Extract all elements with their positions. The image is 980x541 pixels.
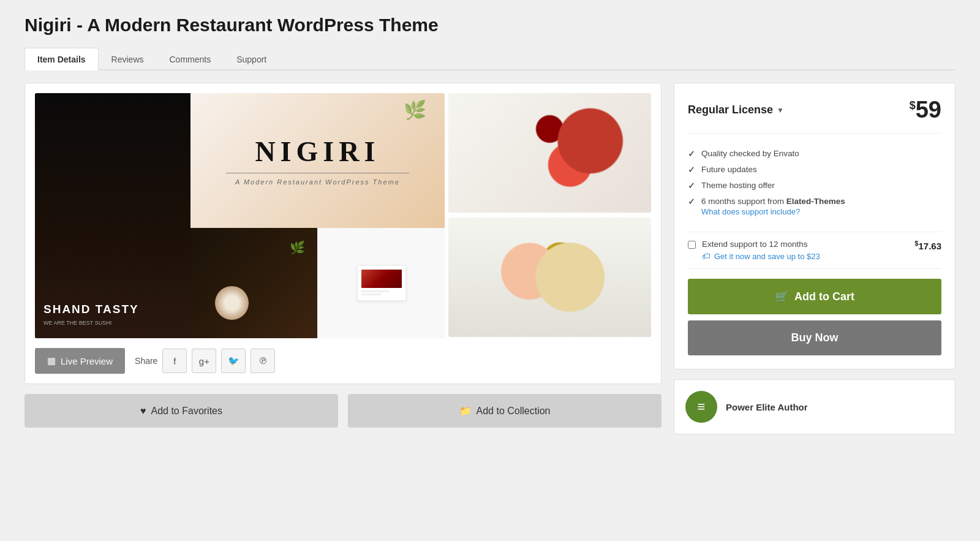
page-wrapper: Nigiri - A Modern Restaurant WordPress T… (12, 0, 968, 449)
mini-card-line-2 (361, 293, 382, 295)
main-preview-image: SHAND TASTY WE ARE THE BEST SUSHI 🌿 NIGI… (35, 93, 445, 338)
feature-support: ✓ 6 months support from Elated-Themes Wh… (688, 194, 941, 219)
left-column: SHAND TASTY WE ARE THE BEST SUSHI 🌿 NIGI… (24, 83, 662, 428)
check-icon-1: ✓ (688, 149, 695, 159)
price-symbol: $ (910, 99, 916, 112)
tab-support[interactable]: Support (224, 48, 279, 70)
food-art-sushi (448, 218, 651, 337)
pinterest-icon: ℗ (258, 355, 268, 366)
action-buttons-row: ♥ Add to Favorites 📁 Add to Collection (24, 394, 662, 428)
tab-item-details[interactable]: Item Details (24, 48, 99, 70)
restaurant-text: SHAND TASTY (43, 303, 182, 316)
right-column: Regular License ▼ $59 ✓ Quality checked … (674, 83, 956, 434)
sushi-green: 🌿 (290, 240, 305, 255)
top-right-image (448, 93, 651, 213)
preview-right-panel: 🌿 NIGIRI A Modern Restaurant WordPress T… (190, 93, 445, 338)
mini-card-line-1 (361, 290, 390, 292)
facebook-button[interactable]: f (162, 349, 187, 373)
preview-bottom-right (317, 228, 444, 338)
author-badge-icon: ≡ (698, 399, 706, 415)
extend-save-label: Get it now and save up to $23 (714, 252, 820, 261)
buy-now-button[interactable]: Buy Now (688, 320, 941, 355)
collection-icon: 📁 (459, 405, 472, 417)
main-layout: SHAND TASTY WE ARE THE BEST SUSHI 🌿 NIGI… (24, 83, 956, 434)
feature-updates: ✓ Future updates (688, 162, 941, 178)
feature-support-container: 6 months support from Elated-Themes What… (701, 197, 845, 216)
extend-support: Extend support to 12 months 🏷 Get it now… (688, 232, 941, 269)
preview-bottom-left: 🌿 (190, 228, 317, 338)
license-header: Regular License ▼ $59 (688, 97, 941, 134)
add-favorites-label: Add to Favorites (151, 406, 223, 417)
check-icon-3: ✓ (688, 181, 695, 191)
bottom-right-image (448, 218, 651, 337)
food-art-plate (448, 93, 651, 213)
preview-card: SHAND TASTY WE ARE THE BEST SUSHI 🌿 NIGI… (24, 83, 662, 384)
author-badge: ≡ (685, 391, 717, 423)
features-list: ✓ Quality checked by Envato ✓ Future upd… (688, 146, 941, 219)
support-link[interactable]: What does support include? (701, 207, 845, 216)
extend-price: $17.63 (914, 240, 941, 251)
heart-icon: ♥ (140, 406, 146, 417)
facebook-icon: f (173, 356, 176, 366)
feature-support-text: 6 months support from Elated-Themes (701, 197, 845, 206)
extend-label: Extend support to 12 months (702, 240, 908, 249)
we-are-text: WE ARE THE BEST SUSHI (43, 320, 182, 326)
add-favorites-button[interactable]: ♥ Add to Favorites (24, 394, 338, 428)
preview-left-panel: SHAND TASTY WE ARE THE BEST SUSHI (35, 93, 190, 338)
extend-support-text: Extend support to 12 months 🏷 Get it now… (702, 240, 908, 261)
twitter-icon: 🐦 (228, 355, 239, 366)
add-collection-button[interactable]: 📁 Add to Collection (348, 394, 662, 428)
buy-now-label: Buy Now (791, 331, 838, 344)
share-label: Share (135, 356, 157, 366)
google-plus-icon: g+ (199, 356, 209, 366)
price-value: 59 (916, 97, 941, 123)
nigiri-subtitle: A Modern Restaurant WordPress Theme (235, 178, 400, 186)
cart-icon: 🛒 (775, 290, 788, 303)
add-to-cart-label: Add to Cart (794, 290, 854, 303)
google-plus-button[interactable]: g+ (192, 349, 216, 373)
live-preview-label: Live Preview (61, 356, 113, 366)
preview-bottom-row: 🌿 (190, 228, 445, 338)
price-display: $59 (910, 97, 941, 123)
leaves-decoration: 🌿 (404, 99, 426, 121)
feature-hosting-text: Theme hosting offer (701, 181, 775, 190)
tabs-bar: Item Details Reviews Comments Support (24, 47, 956, 70)
preview-top-center: 🌿 NIGIRI A Modern Restaurant WordPress T… (190, 93, 445, 228)
title-divider (226, 173, 410, 173)
extend-support-checkbox[interactable] (688, 241, 696, 249)
check-icon-2: ✓ (688, 165, 695, 175)
author-name-inline: Elated-Themes (786, 197, 845, 206)
purchase-card: Regular License ▼ $59 ✓ Quality checked … (674, 83, 956, 369)
feature-updates-text: Future updates (701, 165, 757, 174)
extend-price-value: 17.63 (918, 241, 941, 251)
license-label: Regular License (688, 104, 773, 116)
live-preview-icon: ▦ (47, 355, 56, 366)
preview-actions: ▦ Live Preview Share f g+ 🐦 ℗ (35, 348, 651, 374)
tab-reviews[interactable]: Reviews (99, 48, 157, 70)
license-title: Regular License ▼ (688, 104, 784, 116)
pinterest-button[interactable]: ℗ (251, 349, 275, 373)
feature-quality-text: Quality checked by Envato (701, 149, 799, 158)
live-preview-button[interactable]: ▦ Live Preview (35, 348, 125, 374)
author-card: ≡ Power Elite Author (674, 379, 956, 434)
tag-icon: 🏷 (702, 251, 710, 261)
twitter-button[interactable]: 🐦 (221, 349, 246, 373)
add-collection-label: Add to Collection (477, 406, 551, 417)
author-name: Power Elite Author (726, 402, 808, 412)
feature-quality: ✓ Quality checked by Envato (688, 146, 941, 162)
dropdown-arrow-icon[interactable]: ▼ (777, 106, 784, 115)
nigiri-title: NIGIRI (255, 135, 380, 168)
check-icon-4: ✓ (688, 197, 695, 206)
preview-images: SHAND TASTY WE ARE THE BEST SUSHI 🌿 NIGI… (35, 93, 651, 338)
mini-card-image (361, 270, 402, 288)
page-title: Nigiri - A Modern Restaurant WordPress T… (24, 15, 956, 36)
preview-grid: SHAND TASTY WE ARE THE BEST SUSHI 🌿 NIGI… (35, 93, 445, 338)
mini-card (357, 265, 406, 301)
add-to-cart-button[interactable]: 🛒 Add to Cart (688, 279, 941, 314)
feature-hosting: ✓ Theme hosting offer (688, 178, 941, 194)
tab-comments[interactable]: Comments (157, 48, 224, 70)
sushi-circle (215, 286, 249, 320)
extend-save: 🏷 Get it now and save up to $23 (702, 251, 908, 261)
